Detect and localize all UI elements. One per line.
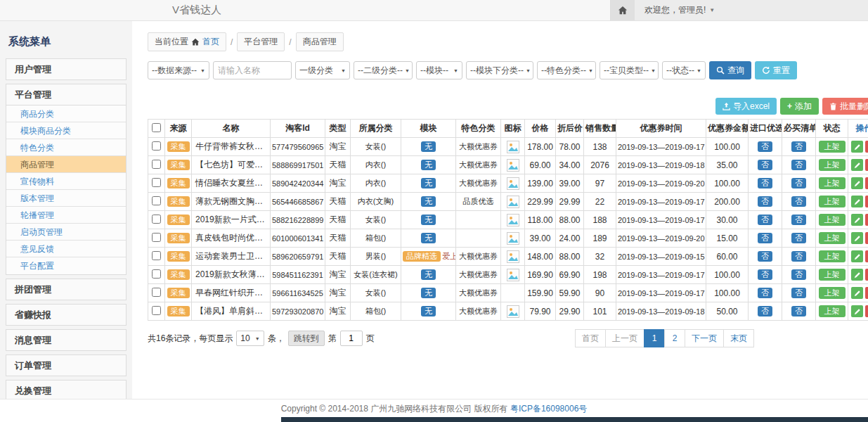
delete-button[interactable] bbox=[865, 250, 868, 262]
breadcrumb-item-goods[interactable]: 商品管理 bbox=[296, 32, 344, 51]
sidebar-subitem[interactable]: 版本管理 bbox=[6, 190, 126, 207]
imported-toggle[interactable]: 否 bbox=[758, 178, 772, 188]
reset-button[interactable]: 重置 bbox=[755, 61, 797, 79]
row-checkbox[interactable] bbox=[152, 251, 161, 260]
source-filter-select[interactable]: --数据来源--▼ bbox=[148, 61, 209, 79]
delete-button[interactable] bbox=[865, 196, 868, 207]
imported-toggle[interactable]: 否 bbox=[758, 196, 772, 207]
breadcrumb-home-link[interactable]: 首页 bbox=[202, 36, 219, 48]
must-buy-toggle[interactable]: 否 bbox=[791, 306, 806, 316]
must-buy-toggle[interactable]: 否 bbox=[791, 160, 806, 170]
sidebar-item[interactable]: 用户管理 bbox=[6, 59, 126, 79]
row-checkbox[interactable] bbox=[152, 288, 161, 297]
row-checkbox[interactable] bbox=[152, 269, 161, 279]
page-button[interactable]: 上一页 bbox=[605, 329, 644, 347]
sidebar-item[interactable]: 订单管理 bbox=[6, 355, 126, 376]
add-button[interactable]: + 添加 bbox=[780, 98, 819, 115]
must-buy-toggle[interactable]: 否 bbox=[791, 233, 806, 243]
sidebar-item[interactable]: 平台管理 bbox=[6, 84, 126, 105]
batch-delete-button[interactable]: 批量删除 bbox=[822, 98, 868, 115]
sidebar-subitem[interactable]: 平台配置 bbox=[6, 257, 126, 274]
status-button[interactable]: 上架 bbox=[819, 250, 846, 262]
delete-button[interactable] bbox=[865, 177, 868, 189]
edit-button[interactable] bbox=[851, 269, 863, 281]
level1-category-select[interactable]: 一级分类▼ bbox=[295, 61, 350, 79]
sidebar-item[interactable]: 兑换管理 bbox=[6, 381, 126, 399]
page-button[interactable]: 下一页 bbox=[685, 329, 724, 347]
edit-button[interactable] bbox=[851, 159, 863, 171]
row-checkbox[interactable] bbox=[152, 306, 161, 315]
sidebar-subitem[interactable]: 商品分类 bbox=[6, 106, 126, 122]
edit-button[interactable] bbox=[851, 141, 863, 153]
status-button[interactable]: 上架 bbox=[819, 232, 846, 244]
row-checkbox[interactable] bbox=[152, 141, 161, 151]
imported-toggle[interactable]: 否 bbox=[758, 251, 772, 262]
page-button[interactable]: 末页 bbox=[723, 329, 754, 347]
status-button[interactable]: 上架 bbox=[819, 214, 846, 226]
delete-button[interactable] bbox=[865, 214, 868, 226]
page-size-select[interactable]: 10 ▼ bbox=[236, 331, 264, 346]
name-search-input[interactable] bbox=[213, 61, 292, 79]
module-subcategory-select[interactable]: --模块下分类--▼ bbox=[466, 61, 533, 79]
imported-toggle[interactable]: 否 bbox=[758, 288, 772, 298]
must-buy-toggle[interactable]: 否 bbox=[791, 178, 806, 188]
module-select[interactable]: --模块--▼ bbox=[416, 61, 462, 79]
status-button[interactable]: 上架 bbox=[819, 305, 846, 317]
must-buy-toggle[interactable]: 否 bbox=[791, 215, 806, 225]
delete-button[interactable] bbox=[865, 269, 868, 281]
must-buy-toggle[interactable]: 否 bbox=[791, 269, 806, 280]
must-buy-toggle[interactable]: 否 bbox=[791, 251, 806, 262]
breadcrumb-item-platform[interactable]: 平台管理 bbox=[237, 32, 285, 51]
sidebar-item[interactable]: 消息管理 bbox=[6, 330, 126, 350]
home-button[interactable] bbox=[611, 0, 635, 20]
page-button[interactable]: 2 bbox=[664, 329, 685, 347]
imported-toggle[interactable]: 否 bbox=[758, 215, 772, 225]
status-button[interactable]: 上架 bbox=[819, 269, 846, 281]
sidebar-subitem[interactable]: 启动页管理 bbox=[6, 224, 126, 241]
imported-toggle[interactable]: 否 bbox=[758, 233, 772, 243]
edit-button[interactable] bbox=[851, 305, 863, 317]
delete-button[interactable] bbox=[865, 305, 868, 317]
row-checkbox[interactable] bbox=[152, 178, 161, 187]
edit-button[interactable] bbox=[851, 287, 863, 299]
status-button[interactable]: 上架 bbox=[819, 141, 846, 153]
imported-toggle[interactable]: 否 bbox=[758, 141, 772, 152]
page-button[interactable]: 1 bbox=[644, 329, 665, 347]
icp-link[interactable]: 粤ICP备16098006号 bbox=[510, 404, 587, 414]
edit-button[interactable] bbox=[851, 177, 863, 189]
must-buy-toggle[interactable]: 否 bbox=[791, 196, 806, 207]
sidebar-subitem[interactable]: 意见反馈 bbox=[6, 241, 126, 257]
jump-button[interactable]: 跳转到 bbox=[288, 331, 325, 346]
must-buy-toggle[interactable]: 否 bbox=[791, 141, 806, 152]
sidebar-subitem[interactable]: 模块商品分类 bbox=[6, 122, 126, 139]
delete-button[interactable] bbox=[865, 287, 868, 299]
item-type-select[interactable]: --宝贝类型--▼ bbox=[600, 61, 659, 79]
status-button[interactable]: 上架 bbox=[819, 159, 846, 171]
page-button[interactable]: 首页 bbox=[575, 329, 606, 347]
status-select[interactable]: --状态--▼ bbox=[662, 61, 706, 79]
delete-button[interactable] bbox=[865, 141, 868, 153]
row-checkbox[interactable] bbox=[152, 196, 161, 205]
sidebar-item[interactable]: 拼团管理 bbox=[6, 279, 126, 300]
edit-button[interactable] bbox=[851, 196, 863, 207]
row-checkbox[interactable] bbox=[152, 233, 161, 242]
imported-toggle[interactable]: 否 bbox=[758, 269, 772, 280]
import-excel-button[interactable]: 导入excel bbox=[715, 98, 777, 115]
delete-button[interactable] bbox=[865, 159, 868, 171]
feature-category-select[interactable]: --特色分类--▼ bbox=[537, 61, 596, 79]
search-button[interactable]: 查询 bbox=[709, 61, 751, 79]
user-menu[interactable]: 欢迎您，管理员! ▼ bbox=[635, 0, 725, 20]
imported-toggle[interactable]: 否 bbox=[758, 160, 772, 170]
sidebar-subitem[interactable]: 商品管理 bbox=[6, 156, 126, 173]
must-buy-toggle[interactable]: 否 bbox=[791, 288, 806, 298]
sidebar-subitem[interactable]: 宣传物料 bbox=[6, 173, 126, 190]
page-number-input[interactable] bbox=[340, 331, 363, 346]
status-button[interactable]: 上架 bbox=[819, 196, 846, 207]
status-button[interactable]: 上架 bbox=[819, 177, 846, 189]
level2-category-select[interactable]: --二级分类--▼ bbox=[354, 61, 413, 79]
edit-button[interactable] bbox=[851, 214, 863, 226]
row-checkbox[interactable] bbox=[152, 215, 161, 224]
imported-toggle[interactable]: 否 bbox=[758, 306, 772, 316]
edit-button[interactable] bbox=[851, 250, 863, 262]
edit-button[interactable] bbox=[851, 232, 863, 244]
